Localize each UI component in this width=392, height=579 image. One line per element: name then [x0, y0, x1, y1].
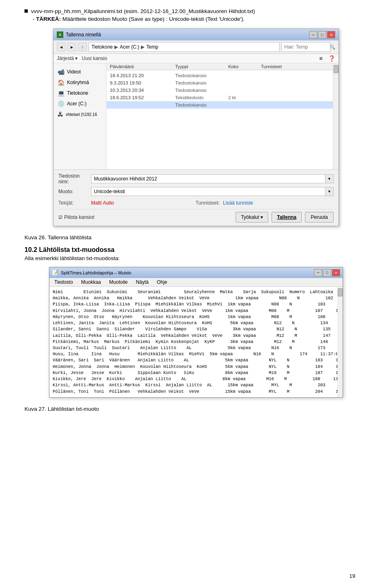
file-type-1: Tiedostokansio	[175, 73, 228, 78]
bullet-text-1: vvvv-mm-pp_hh.mm_Kilpailunnimi.txt (esim…	[31, 8, 255, 14]
minimize-button[interactable]: ─	[309, 31, 317, 38]
bullet-line-1: vvvv-mm-pp_hh.mm_Kilpailunnimi.txt (esim…	[24, 8, 368, 14]
col-type[interactable]: Tyyppi	[175, 64, 228, 69]
path-part-2: Acer (C:)	[120, 44, 139, 50]
notepad-controls[interactable]: ─ □ ✕	[314, 269, 340, 276]
notepad-app-icon: 📝	[52, 269, 58, 276]
file-row-4[interactable]: 18.6.2013 19:52 Tekstitiedosto 2 kt	[107, 94, 333, 101]
tietokone-icon: 💻	[58, 90, 65, 96]
notepad-title: SplitTimes.Lahtolistapohja – Muisto	[61, 270, 131, 275]
file-row-3[interactable]: 10.3.2013 20:34 Tiedostokansio	[107, 87, 333, 94]
file-size-4: 2 kt	[228, 95, 261, 100]
search-input[interactable]	[281, 42, 330, 52]
window-controls[interactable]: ─ □ ✕	[309, 31, 335, 38]
file-row-5[interactable]: Tiedostokansio	[107, 101, 333, 109]
section-sub-10-2: Alla esimerkki lähtölistan txt-muodosta:	[24, 255, 368, 261]
sidebar-item-videot[interactable]: 📹 Videot	[53, 67, 106, 77]
sidebar-label-videot: Videot	[67, 69, 81, 75]
dash-line-1: - TÄRKEÄ: Määrittele tiedoston Muoto (Sa…	[24, 16, 368, 22]
titlebar-left: X Tallenna nimellä	[57, 31, 101, 38]
kotiryma-icon: 🏠	[58, 79, 65, 86]
file-row-1[interactable]: 18.4.2013 21:20 Tiedostokansio	[107, 72, 333, 79]
notepad-body: Nimi Etunimi Sukunimi Seuranimi Seuralyh…	[49, 287, 343, 397]
sidebar-label-acer: Acer (C:)	[67, 101, 87, 107]
notepad-content[interactable]: Nimi Etunimi Sukunimi Seuranimi Seuralyh…	[49, 287, 337, 397]
close-button[interactable]: ✕	[327, 31, 335, 38]
button-row: ☑ Piilota kansiot Työkalut ▾ Tallenna Pe…	[58, 209, 334, 223]
maximize-button[interactable]: □	[318, 31, 326, 38]
dialog-title: Tallenna nimellä	[66, 32, 101, 38]
file-rows: 18.4.2013 21:20 Tiedostokansio 9.3.2013 …	[107, 70, 333, 110]
sidebar-label-vhteiset: vhteiset (\\192.16	[66, 112, 97, 117]
path-bar[interactable]: Tietokone ▶ Acer (C:) ▶ Temp	[89, 42, 280, 52]
scrollbar[interactable]	[333, 63, 339, 169]
dialog-sidebar: 📹 Videot 🏠 Kotiryhmä 💻 Tietokone 💿 Acer …	[53, 63, 107, 169]
author-value[interactable]: Matti Autio	[91, 200, 114, 206]
notepad-minimize-button[interactable]: ─	[314, 269, 322, 276]
acer-icon: 💿	[58, 100, 65, 107]
author-label: Tekijät:	[58, 200, 91, 206]
format-dropdown[interactable]: ▼	[325, 187, 334, 196]
back-button[interactable]: ◄	[57, 42, 66, 51]
notepad-wrapper: 📝 SplitTimes.Lahtolistapohja – Muisto ─ …	[24, 267, 368, 398]
notepad-titlebar-left: 📝 SplitTimes.Lahtolistapohja – Muisto	[52, 269, 131, 276]
dialog-main: 📹 Videot 🏠 Kotiryhmä 💻 Tietokone 💿 Acer …	[53, 63, 339, 169]
filename-dropdown[interactable]: ▼	[325, 174, 334, 183]
notepad-menubar: Tiedosto Muokkaa Muotoile Näytä Ohje	[49, 278, 343, 287]
second-toolbar: Järjestä ▾ Uusi kansio ≡ ❓	[53, 54, 339, 63]
save-dialog: X Tallenna nimellä ─ □ ✕ ◄ ► ↑ Tietokone…	[53, 29, 339, 226]
tyokalut-button[interactable]: Työkalut ▾	[236, 212, 268, 223]
col-tags[interactable]: Tunnisteet	[261, 64, 330, 69]
file-date-1: 18.4.2013 21:20	[110, 73, 175, 78]
section-heading-10-2: 10.2 Lähtölista txt-muodossa	[24, 246, 368, 254]
tags-value[interactable]: Lisää tunniste	[223, 200, 253, 206]
search-icon: 🔍	[330, 45, 335, 50]
path-sep-2: ▶	[141, 44, 145, 50]
page-number: 19	[350, 573, 355, 579]
tags-label: Tunnisteet:	[196, 200, 220, 206]
menu-ohje[interactable]: Ohje	[155, 279, 169, 285]
tallenna-button[interactable]: Tallenna	[272, 212, 302, 223]
up-button[interactable]: ↑	[78, 42, 87, 51]
nav-toolbar: ◄ ► ↑ Tietokone ▶ Acer (C:) ▶ Temp 🔍	[53, 40, 339, 54]
sidebar-label-tietokone: Tietokone	[67, 90, 88, 96]
bullet-icon	[24, 9, 28, 13]
file-type-2: Tiedostokansio	[175, 80, 228, 85]
dialog-app-icon: X	[57, 31, 63, 38]
forward-button[interactable]: ►	[67, 42, 76, 51]
menu-nayta[interactable]: Näytä	[134, 279, 150, 285]
sidebar-item-acer[interactable]: 💿 Acer (C:)	[53, 98, 106, 109]
col-size[interactable]: Koko	[228, 64, 261, 69]
checkbox-icon: ☑	[58, 215, 62, 220]
menu-muokkaa[interactable]: Muokkaa	[80, 279, 103, 285]
menu-muotoile[interactable]: Muotoile	[107, 279, 129, 285]
notepad-close-button[interactable]: ✕	[332, 269, 340, 276]
file-date-2: 9.3.2013 19:50	[110, 80, 175, 85]
filename-input[interactable]	[91, 174, 325, 183]
peruuta-button[interactable]: Peruuta	[305, 212, 334, 223]
file-row-2[interactable]: 9.3.2013 19:50 Tiedostokansio	[107, 79, 333, 87]
col-date[interactable]: Päivämäärä	[110, 64, 175, 69]
file-type-3: Tiedostokansio	[175, 88, 228, 93]
view-icon: ≡	[319, 55, 323, 62]
file-type-4: Tekstitiedosto	[175, 95, 228, 100]
dash-text: Määrittele tiedoston Muoto (Save as type…	[62, 16, 245, 22]
file-list-header: Päivämäärä Tyyppi Koko Tunnisteet	[107, 63, 333, 70]
path-sep-1: ▶	[114, 44, 118, 50]
dialog-titlebar: X Tallenna nimellä ─ □ ✕	[53, 29, 339, 40]
sidebar-item-vhteiset[interactable]: 🖧 vhteiset (\\192.16	[53, 109, 106, 120]
path-part-1: Tietokone	[91, 44, 113, 50]
notepad-maximize-button[interactable]: □	[323, 269, 331, 276]
sidebar-item-tietokone[interactable]: 💻 Tietokone	[53, 88, 106, 98]
jarjesta-button[interactable]: Järjestä ▾	[57, 56, 78, 61]
menu-tiedosto[interactable]: Tiedosto	[53, 279, 75, 285]
file-date-3: 10.3.2013 20:34	[110, 88, 175, 93]
format-input[interactable]	[91, 187, 325, 196]
videot-icon: 📹	[58, 69, 65, 75]
notepad-window: 📝 SplitTimes.Lahtolistapohja – Muisto ─ …	[49, 267, 343, 398]
piilota-label[interactable]: Piilota kansiot	[64, 214, 94, 220]
sidebar-item-kotiryma[interactable]: 🏠 Kotiryhmä	[53, 77, 106, 88]
notepad-scrollbar[interactable]	[337, 287, 343, 397]
uusi-kansio-button[interactable]: Uusi kansio	[82, 56, 107, 61]
file-type-5: Tiedostokansio	[175, 102, 228, 107]
